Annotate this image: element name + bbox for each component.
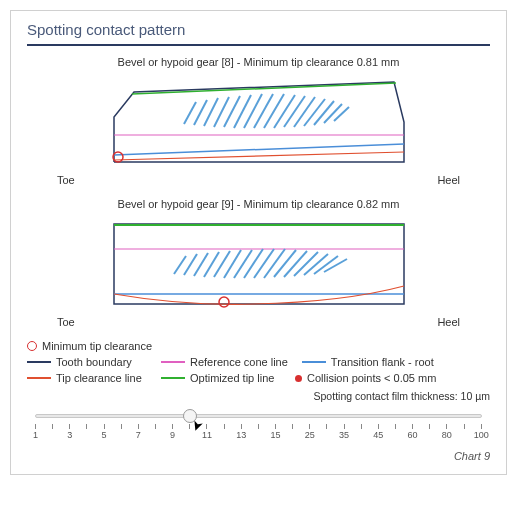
slider-label: Spotting contact film thickness: 10 µm <box>27 390 490 402</box>
chart-gear-9: Bevel or hypoid gear [9] - Minimum tip c… <box>27 198 490 328</box>
heel-label: Heel <box>437 316 460 328</box>
chart2-title: Bevel or hypoid gear [9] - Minimum tip c… <box>27 198 490 210</box>
legend-reference-cone: Reference cone line <box>161 356 288 368</box>
min-clearance-marker <box>219 297 229 307</box>
svg-line-26 <box>274 250 296 277</box>
legend-min-clearance: Minimum tip clearance <box>27 340 152 352</box>
chart-id-label: Chart 9 <box>27 450 490 462</box>
slider-thumb[interactable] <box>183 409 197 423</box>
svg-line-12 <box>304 99 325 126</box>
contact-patch <box>174 249 347 278</box>
legend-collision: Collision points < 0.05 mm <box>295 372 465 384</box>
legend: Minimum tip clearance Tooth boundary Ref… <box>27 340 490 384</box>
chart2-svg <box>94 214 424 314</box>
line-icon <box>161 361 185 363</box>
optimized-tip-line <box>132 83 396 94</box>
svg-line-7 <box>254 94 273 128</box>
svg-line-22 <box>234 250 252 278</box>
dot-icon <box>295 375 302 382</box>
legend-tooth-boundary: Tooth boundary <box>27 356 147 368</box>
tip-clearance-line <box>114 286 404 304</box>
line-icon <box>27 377 51 379</box>
svg-line-23 <box>244 249 263 278</box>
line-icon <box>161 377 185 379</box>
panel-title: Spotting contact pattern <box>27 21 490 38</box>
chart1-axis: Toe Heel <box>27 172 490 186</box>
legend-transition-flank: Transition flank - root <box>302 356 452 368</box>
legend-label: Reference cone line <box>190 356 288 368</box>
svg-line-9 <box>274 95 295 128</box>
legend-label: Transition flank - root <box>331 356 434 368</box>
svg-line-31 <box>324 259 347 272</box>
chart2-axis: Toe Heel <box>27 314 490 328</box>
svg-line-8 <box>264 94 284 128</box>
legend-label: Minimum tip clearance <box>42 340 152 352</box>
svg-line-10 <box>284 96 305 127</box>
chart-gear-8: Bevel or hypoid gear [8] - Minimum tip c… <box>27 56 490 186</box>
film-thickness-slider[interactable]: ➤ 135791113152535456080100 <box>27 406 490 446</box>
line-icon <box>302 361 326 363</box>
svg-line-25 <box>264 249 285 278</box>
contact-patch <box>184 94 349 128</box>
svg-line-14 <box>324 104 342 123</box>
chart1-title: Bevel or hypoid gear [8] - Minimum tip c… <box>27 56 490 68</box>
legend-label: Collision points < 0.05 mm <box>307 372 436 384</box>
toe-label: Toe <box>57 174 75 186</box>
spotting-panel: Spotting contact pattern Bevel or hypoid… <box>10 10 507 475</box>
svg-line-11 <box>294 97 315 127</box>
circle-icon <box>27 341 37 351</box>
legend-label: Tip clearance line <box>56 372 142 384</box>
svg-line-6 <box>244 94 262 128</box>
heel-label: Heel <box>437 174 460 186</box>
svg-line-21 <box>224 250 241 278</box>
svg-line-24 <box>254 249 274 278</box>
divider <box>27 44 490 46</box>
tooth-boundary <box>114 224 404 304</box>
line-icon <box>27 361 51 363</box>
slider-track[interactable] <box>35 414 482 418</box>
toe-label: Toe <box>57 316 75 328</box>
legend-tip-clearance: Tip clearance line <box>27 372 147 384</box>
legend-label: Tooth boundary <box>56 356 132 368</box>
svg-line-0 <box>184 102 196 124</box>
legend-optimized-tip: Optimized tip line <box>161 372 281 384</box>
svg-line-5 <box>234 95 251 128</box>
slider-ticks: 135791113152535456080100 <box>35 424 482 429</box>
svg-line-13 <box>314 101 334 125</box>
svg-line-16 <box>174 256 186 274</box>
chart1-svg <box>94 72 424 172</box>
legend-label: Optimized tip line <box>190 372 274 384</box>
